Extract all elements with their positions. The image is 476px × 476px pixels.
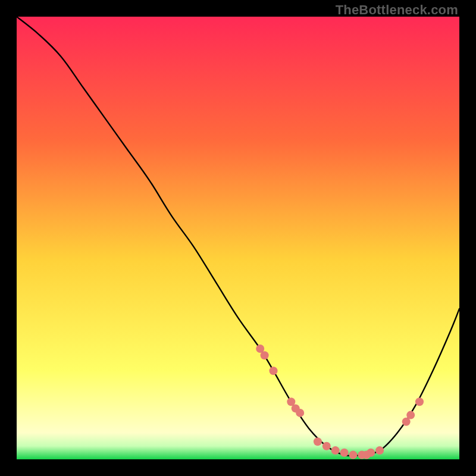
highlight-dot	[331, 446, 340, 455]
plot-area	[17, 17, 459, 459]
watermark-text: TheBottleneck.com	[336, 2, 458, 18]
highlight-dot	[375, 446, 384, 455]
highlight-dot	[314, 437, 322, 446]
highlight-dots	[256, 345, 424, 459]
curve-layer	[17, 17, 459, 459]
chart-frame	[17, 17, 459, 459]
highlight-dot	[270, 367, 278, 375]
highlight-dot	[349, 451, 357, 459]
highlight-dot	[340, 449, 349, 457]
highlight-dot	[296, 409, 304, 417]
highlight-dot	[261, 351, 269, 359]
highlight-dot	[322, 442, 331, 450]
highlight-dot	[367, 449, 375, 457]
highlight-dot	[406, 411, 415, 419]
bottleneck-curve	[17, 17, 459, 456]
highlight-dot	[415, 397, 424, 406]
